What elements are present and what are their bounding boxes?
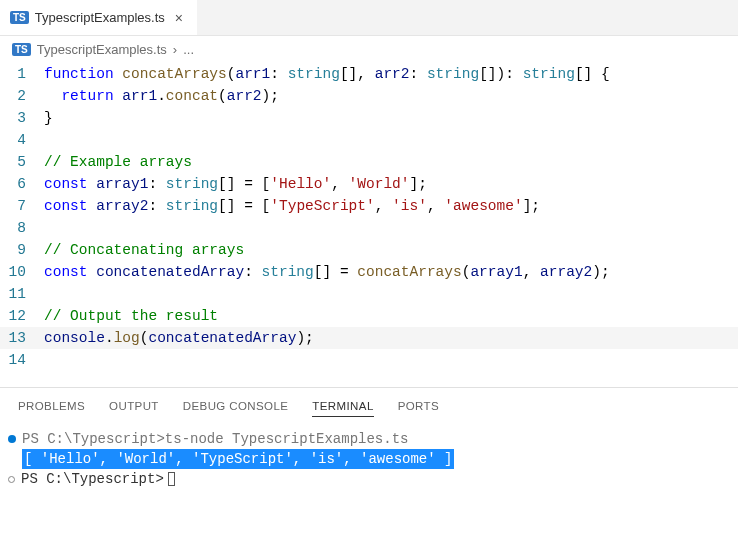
file-tab[interactable]: TS TypescriptExamples.ts ×: [0, 0, 197, 35]
code-content[interactable]: [44, 217, 738, 239]
code-line[interactable]: 12// Output the result: [0, 305, 738, 327]
panel-tab-problems[interactable]: PROBLEMS: [18, 400, 85, 417]
line-number: 13: [0, 327, 44, 349]
bottom-panel: PROBLEMSOUTPUTDEBUG CONSOLETERMINALPORTS…: [0, 387, 738, 499]
terminal-prompt: PS C:\Typescript>: [21, 469, 164, 489]
code-content[interactable]: // Concatenating arrays: [44, 239, 738, 261]
code-content[interactable]: function concatArrays(arr1: string[], ar…: [44, 63, 738, 85]
code-line[interactable]: 10const concatenatedArray: string[] = co…: [0, 261, 738, 283]
code-line[interactable]: 3}: [0, 107, 738, 129]
code-content[interactable]: return arr1.concat(arr2);: [44, 85, 738, 107]
panel-tab-debug-console[interactable]: DEBUG CONSOLE: [183, 400, 289, 417]
terminal-output: [ 'Hello', 'World', 'TypeScript', 'is', …: [22, 449, 454, 469]
line-number: 2: [0, 85, 44, 107]
line-number: 14: [0, 349, 44, 371]
code-content[interactable]: const array2: string[] = ['TypeScript', …: [44, 195, 738, 217]
chevron-right-icon: ›: [173, 42, 177, 57]
line-number: 6: [0, 173, 44, 195]
line-number: 9: [0, 239, 44, 261]
code-content[interactable]: [44, 283, 738, 305]
close-icon[interactable]: ×: [171, 10, 187, 26]
line-number: 8: [0, 217, 44, 239]
status-dot-icon: [8, 435, 16, 443]
code-content[interactable]: // Example arrays: [44, 151, 738, 173]
line-number: 12: [0, 305, 44, 327]
panel-tab-ports[interactable]: PORTS: [398, 400, 439, 417]
code-line[interactable]: 2 return arr1.concat(arr2);: [0, 85, 738, 107]
line-number: 7: [0, 195, 44, 217]
breadcrumb-file: TypescriptExamples.ts: [37, 42, 167, 57]
terminal-cursor-icon: [168, 472, 175, 486]
code-content[interactable]: [44, 129, 738, 151]
line-number: 1: [0, 63, 44, 85]
ts-badge-icon: TS: [12, 43, 31, 56]
line-number: 4: [0, 129, 44, 151]
panel-tab-output[interactable]: OUTPUT: [109, 400, 159, 417]
terminal[interactable]: PS C:\Typescript> ts-node TypescriptExam…: [0, 423, 738, 499]
code-content[interactable]: [44, 349, 738, 371]
code-line[interactable]: 7const array2: string[] = ['TypeScript',…: [0, 195, 738, 217]
code-line[interactable]: 13console.log(concatenatedArray);: [0, 327, 738, 349]
code-editor[interactable]: 1function concatArrays(arr1: string[], a…: [0, 61, 738, 381]
panel-tabs: PROBLEMSOUTPUTDEBUG CONSOLETERMINALPORTS: [0, 388, 738, 423]
code-line[interactable]: 11: [0, 283, 738, 305]
line-number: 3: [0, 107, 44, 129]
line-number: 5: [0, 151, 44, 173]
code-line[interactable]: 9// Concatenating arrays: [0, 239, 738, 261]
terminal-line: PS C:\Typescript> ts-node TypescriptExam…: [8, 429, 730, 449]
breadcrumb-more: ...: [183, 42, 194, 57]
terminal-command: ts-node TypescriptExamples.ts: [165, 429, 409, 449]
ts-badge-icon: TS: [10, 11, 29, 24]
code-line[interactable]: 4: [0, 129, 738, 151]
code-content[interactable]: const array1: string[] = ['Hello', 'Worl…: [44, 173, 738, 195]
tab-title: TypescriptExamples.ts: [35, 10, 165, 25]
code-line[interactable]: 1function concatArrays(arr1: string[], a…: [0, 63, 738, 85]
code-content[interactable]: const concatenatedArray: string[] = conc…: [44, 261, 738, 283]
breadcrumb[interactable]: TS TypescriptExamples.ts › ...: [0, 36, 738, 61]
code-content[interactable]: // Output the result: [44, 305, 738, 327]
terminal-line: [ 'Hello', 'World', 'TypeScript', 'is', …: [8, 449, 730, 469]
code-line[interactable]: 6const array1: string[] = ['Hello', 'Wor…: [0, 173, 738, 195]
tab-bar: TS TypescriptExamples.ts ×: [0, 0, 738, 36]
status-dot-icon: [8, 476, 15, 483]
terminal-line: PS C:\Typescript>: [8, 469, 730, 489]
code-line[interactable]: 5// Example arrays: [0, 151, 738, 173]
code-content[interactable]: }: [44, 107, 738, 129]
terminal-prompt: PS C:\Typescript>: [22, 429, 165, 449]
code-line[interactable]: 14: [0, 349, 738, 371]
line-number: 10: [0, 261, 44, 283]
line-number: 11: [0, 283, 44, 305]
code-content[interactable]: console.log(concatenatedArray);: [44, 327, 738, 349]
panel-tab-terminal[interactable]: TERMINAL: [312, 400, 373, 417]
code-line[interactable]: 8: [0, 217, 738, 239]
